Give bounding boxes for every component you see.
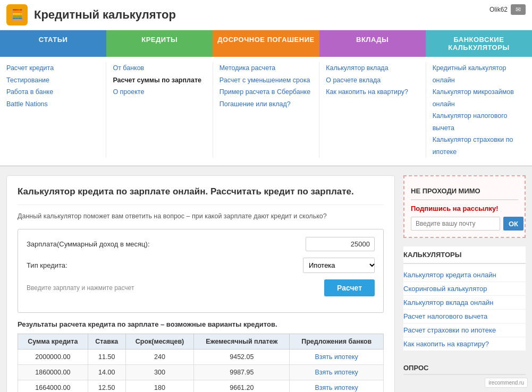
table-row: 1664000.00 12.50 180 9661.20 Взять ипоте… — [18, 380, 384, 392]
link-kak-nakopit[interactable]: Как накопить на квартиру? — [326, 86, 419, 98]
sidebar-link-vklad-online[interactable]: Калькулятор вклада онлайн — [403, 296, 526, 310]
col-header-payment: Ежемесячный платеж — [194, 334, 290, 349]
salary-row: Зарплата(Суммарный доход в месяц): — [27, 237, 375, 251]
page-title: Кредитный калькулятор — [34, 8, 176, 22]
table-body: 2000000.00 11.50 240 9452.05 Взять ипоте… — [18, 349, 384, 392]
sidebar-link-strahov-ipoteka[interactable]: Расчет страховки по ипотеке — [403, 323, 526, 337]
link-battle-nations[interactable]: Battle Nations — [6, 98, 99, 110]
cell-payment: 9987.95 — [194, 364, 290, 380]
user-info: Olik62 ✉ — [489, 4, 526, 15]
salary-label: Зарплата(Суммарный доход в месяц): — [27, 240, 306, 248]
sidebar-link-nakopit[interactable]: Как накопить на квартиру? — [403, 337, 526, 351]
table-row: 1860000.00 14.00 300 9987.95 Взять ипоте… — [18, 364, 384, 380]
cell-rate: 12.50 — [88, 380, 125, 392]
nav-item-credits[interactable]: КРЕДИТЫ — [106, 30, 213, 57]
subscribe-label: Подпишись на рассылку! — [411, 204, 518, 212]
calculator-form: Зарплата(Суммарный доход в месяц): Тип к… — [18, 229, 384, 313]
calculators-title: КАЛЬКУЛЯТОРЫ — [403, 246, 526, 264]
dropdown-col-5: Кредитный калькулятор онлайн Калькулятор… — [426, 62, 532, 158]
action-row: Введите зарплату и нажмите расчет Расчет — [27, 279, 375, 296]
newsletter-box: НЕ ПРОХОДИ МИМО Подпишись на рассылку! О… — [403, 175, 526, 238]
credit-type-row: Тип кредита: Ипотека Потребительский Авт… — [27, 258, 375, 273]
credit-type-select-wrap: Ипотека Потребительский Автокредит — [303, 258, 375, 273]
cell-bank-link[interactable]: Взять ипотеку — [290, 380, 384, 392]
link-testirovanie[interactable]: Тестирование — [6, 74, 99, 87]
col-header-banks: Предложения банков — [290, 334, 384, 349]
cell-sum: 1664000.00 — [18, 380, 88, 392]
bank-link[interactable]: Взять ипотеку — [315, 384, 358, 391]
cell-rate: 11.50 — [88, 349, 125, 364]
recommend-badge: irecommend.ru — [485, 378, 528, 388]
newsletter-email-input[interactable] — [411, 217, 500, 231]
main-layout: Калькулятор кредита по зарплате онлайн. … — [0, 167, 532, 392]
newsletter-ok-button[interactable]: ОК — [503, 217, 523, 231]
calc-hint-text: Введите зарплату и нажмите расчет — [27, 284, 324, 292]
sidebar-link-kredit-online[interactable]: Калькулятор кредита онлайн — [403, 268, 526, 282]
col-header-rate: Ставка — [88, 334, 125, 349]
calculator-description: Данный калькулятор поможет вам ответить … — [18, 211, 384, 221]
nav-item-articles[interactable]: СТАТЬИ — [0, 30, 106, 57]
link-sberbank[interactable]: Пример расчета в Сбербанке — [219, 86, 313, 98]
link-ot-bankov[interactable]: От банков — [113, 62, 206, 74]
cell-sum: 1860000.00 — [18, 364, 88, 380]
table-header-row: Сумма кредита Ставка Срок(месяцев) Ежеме… — [18, 334, 384, 349]
calculate-button[interactable]: Расчет — [324, 279, 375, 296]
table-row: 2000000.00 11.50 240 9452.05 Взять ипоте… — [18, 349, 384, 364]
sidebar-link-skoring[interactable]: Скоринговый калькулятор — [403, 282, 526, 296]
results-table: Сумма кредита Ставка Срок(месяцев) Ежеме… — [18, 334, 384, 392]
col-header-sum: Сумма кредита — [18, 334, 88, 349]
col-header-period: Срок(месяцев) — [125, 334, 194, 349]
cell-bank-link[interactable]: Взять ипотеку — [290, 349, 384, 364]
cell-payment: 9452.05 — [194, 349, 290, 364]
user-name: Olik62 — [489, 6, 508, 13]
cell-sum: 2000000.00 — [18, 349, 88, 364]
bank-link[interactable]: Взять ипотеку — [315, 369, 358, 376]
header: 🧮 Кредитный калькулятор Olik62 ✉ — [0, 0, 532, 30]
link-kalk-vklada[interactable]: Калькулятор вклада — [326, 62, 419, 74]
link-o-proekte[interactable]: О проекте — [113, 86, 206, 98]
calculator-title: Калькулятор кредита по зарплате онлайн. … — [18, 185, 384, 205]
sidebar: НЕ ПРОХОДИ МИМО Подпишись на рассылку! О… — [403, 175, 526, 392]
results-title: Результаты расчета кредита по зарплате –… — [18, 320, 384, 328]
credit-type-label: Тип кредита: — [27, 261, 303, 269]
dropdown-col-2: От банков Расчет суммы по зарплате О про… — [106, 62, 213, 158]
credit-type-select[interactable]: Ипотека Потребительский Автокредит — [303, 258, 376, 272]
link-kredit-kalk-online[interactable]: Кредитный калькулятор онлайн — [433, 62, 526, 86]
dropdown-col-4: Калькулятор вклада О расчете вклада Как … — [319, 62, 426, 158]
opros-title: ОПРОС — [403, 360, 526, 375]
main-content: Калькулятор кредита по зарплате онлайн. … — [6, 175, 395, 392]
bank-link[interactable]: Взять ипотеку — [315, 353, 358, 361]
cell-bank-link[interactable]: Взять ипотеку — [290, 364, 384, 380]
sidebar-link-nalog-vychet[interactable]: Расчет налогового вычета — [403, 310, 526, 323]
nav-item-deposits[interactable]: ВКЛАДЫ — [319, 30, 426, 57]
newsletter-section-title: НЕ ПРОХОДИ МИМО — [411, 183, 518, 200]
link-mikrozaim-kalk[interactable]: Калькулятор микрозаймов онлайн — [433, 86, 526, 110]
nav-item-bank-calculators[interactable]: БАНКОВСКИЕ КАЛЬКУЛЯТОРЫ — [426, 30, 532, 57]
dropdown-col-3: Методика расчета Расчет с уменьшением ср… — [213, 62, 319, 158]
link-strahov-ipoteka[interactable]: Калькулятор страховки по ипотеке — [433, 134, 526, 158]
cell-period: 300 — [125, 364, 194, 380]
salary-input[interactable] — [306, 237, 375, 251]
cell-period: 180 — [125, 380, 194, 392]
link-rabota-v-banke[interactable]: Работа в банке — [6, 86, 99, 98]
link-umensheniesroka[interactable]: Расчет с уменьшением срока — [219, 74, 313, 87]
link-rashsumzarp: Расчет суммы по зарплате — [113, 74, 206, 87]
link-nalog-vychet[interactable]: Калькулятор налогового вычета — [433, 110, 526, 134]
main-nav: СТАТЬИ КРЕДИТЫ ДОСРОЧНОЕ ПОГАШЕНИЕ ВКЛАД… — [0, 30, 532, 57]
newsletter-form-row: ОК — [411, 217, 518, 231]
sidebar-calculators-box: КАЛЬКУЛЯТОРЫ Калькулятор кредита онлайн … — [403, 246, 526, 351]
dropdown-col-1: Расчет кредита Тестирование Работа в бан… — [0, 62, 106, 158]
cell-payment: 9661.20 — [194, 380, 290, 392]
dropdown-menu: Расчет кредита Тестирование Работа в бан… — [0, 57, 532, 167]
link-pogashenie-vklad[interactable]: Погашение или вклад? — [219, 98, 313, 110]
cell-rate: 14.00 — [88, 364, 125, 380]
link-o-raschete-vklada[interactable]: О расчете вклада — [326, 74, 419, 87]
app-icon: 🧮 — [6, 4, 28, 25]
link-rashet-kredita[interactable]: Расчет кредита — [6, 62, 99, 74]
nav-item-early-payment[interactable]: ДОСРОЧНОЕ ПОГАШЕНИЕ — [213, 30, 319, 57]
link-metodika[interactable]: Методика расчета — [219, 62, 313, 74]
cell-period: 240 — [125, 349, 194, 364]
mail-icon[interactable]: ✉ — [511, 4, 526, 15]
